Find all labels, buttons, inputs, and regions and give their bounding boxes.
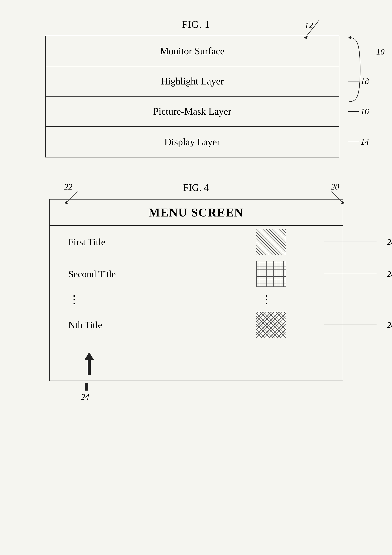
connector-28-second: [324, 274, 380, 274]
fig1-section: FIG. 1 12 10 Monitor Su: [15, 19, 377, 157]
second-title-thumbnail: [256, 261, 286, 287]
up-arrow-svg: [84, 352, 95, 375]
menu-box: MENU SCREEN First Title 28: [49, 199, 343, 381]
connector-28-nth: [324, 325, 380, 325]
annotation-20: 20: [331, 182, 339, 192]
display-layer: Display Layer 14: [46, 127, 339, 157]
highlight-layer: Highlight Layer 18: [46, 66, 339, 96]
second-title-label: Second Title: [68, 269, 256, 279]
menu-item-first: First Title 28: [50, 226, 343, 258]
picture-mask-layer: Picture-Mask Layer 16: [46, 96, 339, 127]
fig4-diagram: MENU SCREEN First Title 28: [49, 199, 343, 402]
number-28-second: 28: [387, 269, 392, 279]
number-28-nth: 28: [387, 320, 392, 330]
svg-marker-1: [348, 36, 351, 39]
annotation-24-area: 24: [49, 383, 343, 402]
layer-number-16: 16: [348, 107, 369, 116]
arrow-10-svg: [345, 36, 386, 103]
diagonal-hatch: [256, 229, 286, 255]
connector-28-first: [324, 242, 380, 242]
dots-right: ⋮: [261, 293, 273, 306]
layers-box: Monitor Surface Highlight Layer 18 Pictu…: [45, 36, 339, 157]
menu-screen-title: MENU SCREEN: [148, 205, 243, 219]
fig1-diagram: 12 10 Monitor Surface: [45, 36, 347, 157]
menu-header: MENU SCREEN: [50, 199, 343, 226]
monitor-surface-layer: Monitor Surface: [46, 36, 339, 66]
svg-rect-8: [88, 360, 91, 375]
number-28-first: 28: [387, 237, 392, 247]
dots-left: ⋮: [68, 293, 80, 306]
display-layer-label: Display Layer: [164, 136, 220, 147]
dots-row: ⋮ ⋮: [50, 290, 343, 309]
first-title-thumbnail: [256, 229, 286, 255]
nth-title-label: Nth Title: [68, 320, 256, 330]
svg-rect-9: [85, 383, 88, 391]
annotation-24: 24: [81, 392, 89, 402]
svg-marker-7: [85, 352, 94, 360]
monitor-surface-label: Monitor Surface: [160, 45, 224, 57]
arrow-24-svg: [81, 383, 92, 391]
menu-item-second: Second Title 28: [50, 258, 343, 290]
grid-hatch: [256, 261, 286, 287]
fig4-section: 22 FIG. 4 20 MENU SCREEN: [15, 180, 377, 402]
page: FIG. 1 12 10 Monitor Su: [0, 0, 392, 555]
layer-number-14: 14: [348, 137, 369, 147]
crosshatch-hatch: [256, 312, 286, 338]
picture-mask-layer-label: Picture-Mask Layer: [153, 106, 231, 117]
fig4-title: FIG. 4: [183, 182, 209, 193]
up-arrow-area: [50, 349, 343, 380]
fig4-header: 22 FIG. 4 20: [15, 180, 377, 195]
nth-title-thumbnail: [256, 312, 286, 338]
layer-number-18: 18: [348, 76, 369, 86]
annotation-22: 22: [64, 182, 73, 192]
highlight-layer-label: Highlight Layer: [161, 76, 224, 87]
menu-item-nth: Nth Title 28: [50, 309, 343, 341]
first-title-label: First Title: [68, 236, 256, 248]
